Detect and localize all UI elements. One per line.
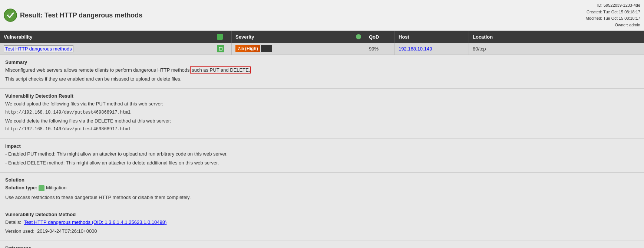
section-summary: Summary Misconfigured web servers allows… xyxy=(0,55,644,89)
cell-qod: 99% xyxy=(365,43,395,55)
header-meta: ID: 59522039-1233-4de Created: Tue Oct 1… xyxy=(586,2,640,28)
meta-modified: Modified: Tue Oct 15 08:18:17 xyxy=(586,15,640,22)
impact-item1: - Enabled PUT method: This might allow a… xyxy=(5,150,639,158)
section-solution: Solution Solution type: Mitigation Use a… xyxy=(0,173,644,207)
meta-created: Created: Tue Oct 15 08:18:17 xyxy=(586,9,640,16)
col-header-vuln-icon xyxy=(213,31,232,43)
cell-host[interactable]: 192.168.10.149 xyxy=(395,43,469,55)
detection-result-title: Vulnerability Detection Result xyxy=(5,93,639,99)
summary-text-part1: Misconfigured web servers allows remote … xyxy=(5,67,190,73)
version-label: Version used: xyxy=(5,228,34,234)
section-detection-result: Vulnerability Detection Result We could … xyxy=(0,89,644,139)
page-header: Result: Test HTTP dangerous methods ID: … xyxy=(0,0,644,31)
severity-col-icon xyxy=(356,34,361,39)
solution-type-icon xyxy=(39,185,44,191)
section-references: References BID: 12141 Other: OWASP:OWASP… xyxy=(0,241,644,248)
header-left: Result: Test HTTP dangerous methods xyxy=(4,9,142,22)
col-header-location: Location xyxy=(469,31,644,43)
detection-url1: http://192.168.10.149/dav/puttest4698689… xyxy=(5,110,639,115)
vuln-action-icon[interactable] xyxy=(217,45,224,52)
solution-type-label: Solution type: xyxy=(5,185,37,190)
page-title: Result: Test HTTP dangerous methods xyxy=(20,12,142,19)
app-logo xyxy=(4,9,17,22)
solution-type-value: Mitigation xyxy=(46,185,67,190)
col-header-vulnerability: Vulnerability xyxy=(0,31,213,43)
detection-text1: We could upload the following files via … xyxy=(5,100,639,108)
summary-highlight: such as PUT and DELETE. xyxy=(190,66,251,74)
detection-text2: We could delete the following files via … xyxy=(5,117,639,125)
table-row: Test HTTP dangerous methods 7.5 (High) 9… xyxy=(0,43,644,55)
vuln-action-icon-inner xyxy=(219,47,222,50)
meta-owner: Owner: admin xyxy=(586,22,640,29)
severity-badge: 7.5 (High) xyxy=(235,45,272,52)
content-area: Summary Misconfigured web servers allows… xyxy=(0,55,644,248)
references-title: References xyxy=(5,245,639,248)
details-label: Details: xyxy=(5,219,21,225)
detection-method-title: Vulnerability Detection Method xyxy=(5,212,639,217)
col-header-host: Host xyxy=(395,31,469,43)
section-detection-method: Vulnerability Detection Method Details: … xyxy=(0,207,644,241)
section-impact: Impact - Enabled PUT method: This might … xyxy=(0,139,644,173)
vulnerability-link[interactable]: Test HTTP dangerous methods xyxy=(4,45,73,52)
solution-type-row: Solution type: Mitigation xyxy=(5,184,639,192)
detection-method-version: Version used: 2019-04-24T07:26:10+0000 xyxy=(5,228,639,235)
severity-bar-dark xyxy=(261,45,272,52)
solution-text: Use access restrictions to these dangero… xyxy=(5,194,639,201)
summary-text2: This script checks if they are enabled a… xyxy=(5,75,639,83)
vuln-col-icon xyxy=(217,34,223,40)
cell-vuln-icon xyxy=(213,43,232,55)
svg-point-0 xyxy=(4,9,17,22)
summary-text: Misconfigured web servers allows remote … xyxy=(5,66,639,74)
table-header: Vulnerability Severity QoD Host Location xyxy=(0,31,644,43)
detection-method-details: Details: Test HTTP dangerous methods (OI… xyxy=(5,219,639,226)
detection-url2: http://192.168.10.149/dav/puttest4698689… xyxy=(5,127,639,132)
summary-title: Summary xyxy=(5,59,639,65)
impact-item2: - Enabled DELETE method: This might allo… xyxy=(5,159,639,167)
severity-value: 7.5 (High) xyxy=(235,45,260,52)
col-header-qod: QoD xyxy=(365,31,395,43)
details-link[interactable]: Test HTTP dangerous methods (OID: 1.3.6.… xyxy=(24,219,166,225)
cell-vulnerability[interactable]: Test HTTP dangerous methods xyxy=(0,43,213,55)
cell-location: 80/tcp xyxy=(469,43,644,55)
impact-title: Impact xyxy=(5,143,639,149)
solution-title: Solution xyxy=(5,177,639,183)
meta-id: ID: 59522039-1233-4de xyxy=(586,2,640,9)
cell-severity: 7.5 (High) xyxy=(232,43,365,55)
col-header-severity: Severity xyxy=(232,31,365,43)
host-link[interactable]: 192.168.10.149 xyxy=(399,46,432,52)
version-value: 2019-04-24T07:26:10+0000 xyxy=(37,228,97,234)
